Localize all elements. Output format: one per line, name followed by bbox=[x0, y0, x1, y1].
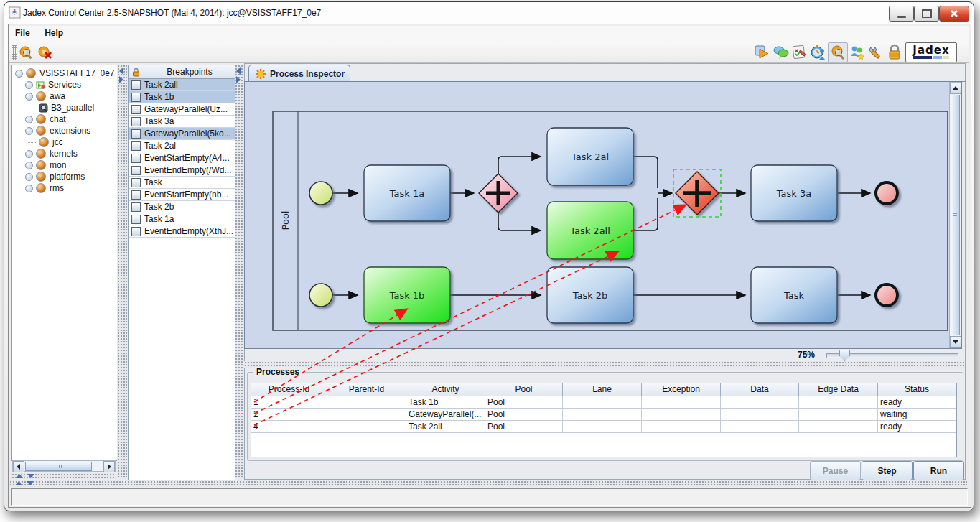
collapse-down-icon[interactable] bbox=[27, 474, 34, 478]
breakpoint-row[interactable]: EventStartEmpty(A4... bbox=[129, 152, 235, 164]
split-divider-2[interactable] bbox=[235, 65, 244, 479]
collapse-right-icon[interactable] bbox=[119, 76, 123, 83]
expand-handle-icon[interactable] bbox=[25, 150, 33, 158]
expand-handle-icon[interactable] bbox=[25, 81, 33, 89]
scroll-left-icon[interactable] bbox=[13, 461, 24, 472]
col-activity[interactable]: Activity bbox=[406, 383, 485, 396]
conversation-button[interactable] bbox=[772, 43, 790, 62]
breakpoint-checkbox[interactable] bbox=[131, 166, 141, 175]
breakpoint-checkbox[interactable] bbox=[131, 227, 141, 236]
breakpoint-checkbox[interactable] bbox=[131, 129, 141, 139]
breakpoint-checkbox[interactable] bbox=[131, 141, 141, 151]
task-1b[interactable]: Task 1b bbox=[364, 267, 450, 323]
breakpoint-row[interactable]: Task 2b bbox=[129, 201, 235, 213]
expand-handle-icon[interactable] bbox=[25, 173, 33, 181]
tree-hscrollbar[interactable] bbox=[12, 460, 116, 472]
col-lane[interactable]: Lane bbox=[563, 383, 642, 396]
pause-button[interactable]: Pause bbox=[810, 461, 861, 480]
tree-item-extensions[interactable]: extensions bbox=[12, 125, 117, 136]
starter-button[interactable] bbox=[753, 43, 772, 62]
breakpoint-checkbox[interactable] bbox=[131, 202, 141, 212]
awareness-button[interactable] bbox=[809, 43, 828, 62]
split-divider-3[interactable] bbox=[244, 361, 965, 368]
task-2al[interactable]: Task 2al bbox=[547, 128, 633, 185]
end-event-top[interactable] bbox=[876, 182, 897, 204]
collapse-up-icon[interactable] bbox=[15, 481, 22, 485]
tree-item-services[interactable]: Services bbox=[12, 79, 117, 90]
table-header-row[interactable]: Process-Id Parent-Id Activity Pool Lane … bbox=[251, 383, 956, 396]
collapse-up-icon[interactable] bbox=[16, 474, 23, 478]
table-row[interactable]: 2 GatewayParallel(...Pool waiting bbox=[251, 409, 956, 421]
tab-process-inspector[interactable]: Process Inspector bbox=[248, 65, 350, 82]
expand-handle-icon[interactable] bbox=[25, 185, 33, 192]
breakpoint-row[interactable]: Task 3a bbox=[129, 116, 235, 128]
start-event-top[interactable] bbox=[309, 182, 332, 205]
gateway-parallel-split[interactable] bbox=[479, 174, 518, 213]
diagram-vscrollbar[interactable] bbox=[949, 82, 961, 348]
tree-item-platforms[interactable]: platforms bbox=[12, 171, 117, 182]
breakpoints-header-label[interactable]: Breakpoints bbox=[144, 65, 235, 78]
debug-component-button[interactable] bbox=[17, 43, 36, 62]
tree-item-awa[interactable]: awa bbox=[12, 90, 117, 102]
step-button[interactable]: Step bbox=[862, 461, 913, 480]
col-parent-id[interactable]: Parent-Id bbox=[327, 383, 406, 396]
breakpoint-row[interactable]: Task bbox=[129, 177, 235, 189]
tree-root-platform[interactable]: VSISSTAFF17_0e7 bbox=[12, 67, 117, 79]
processes-table[interactable]: Process-Id Parent-Id Activity Pool Lane … bbox=[251, 383, 957, 457]
minimize-button[interactable] bbox=[889, 6, 914, 22]
breakpoint-row[interactable]: EventEndEmpty(/Wd... bbox=[129, 164, 235, 177]
task-2b[interactable]: Task 2b bbox=[547, 267, 633, 323]
test-center-button[interactable] bbox=[790, 43, 809, 62]
tree-item-kernels[interactable]: kernels bbox=[12, 148, 117, 159]
end-event-bottom[interactable] bbox=[876, 284, 897, 306]
split-divider-1[interactable] bbox=[117, 65, 127, 479]
lock-column-header[interactable] bbox=[129, 65, 144, 78]
breakpoint-checkbox[interactable] bbox=[131, 178, 141, 187]
col-data[interactable]: Data bbox=[721, 383, 799, 396]
col-exception[interactable]: Exception bbox=[642, 383, 721, 396]
breakpoint-row[interactable]: Task 1a bbox=[129, 213, 235, 225]
breakpoint-checkbox[interactable] bbox=[131, 117, 141, 126]
breakpoint-checkbox[interactable] bbox=[131, 105, 141, 114]
menu-file[interactable]: File bbox=[9, 26, 36, 40]
jadex-logo-button[interactable]: Jadex bbox=[905, 42, 957, 62]
tree-item-mon[interactable]: mon bbox=[12, 159, 117, 171]
col-status[interactable]: Status bbox=[878, 383, 956, 396]
menu-help[interactable]: Help bbox=[39, 26, 69, 40]
run-button[interactable]: Run bbox=[913, 461, 964, 480]
scroll-up-icon[interactable] bbox=[950, 83, 961, 94]
tree-item-b3-parallel[interactable]: B3_parallel bbox=[12, 102, 117, 113]
breakpoint-checkbox[interactable] bbox=[131, 190, 141, 200]
tree-item-rms[interactable]: rms bbox=[12, 182, 117, 194]
toolbar-grip[interactable] bbox=[12, 45, 17, 60]
table-row[interactable]: 4 Task 2allPool ready bbox=[251, 421, 956, 433]
task-3a[interactable]: Task 3a bbox=[751, 165, 837, 221]
col-process-id[interactable]: Process-Id bbox=[251, 383, 327, 396]
expand-handle-icon[interactable] bbox=[25, 116, 33, 123]
breakpoint-checkbox[interactable] bbox=[131, 80, 141, 90]
table-row[interactable]: 1 Task 1bPool ready bbox=[251, 396, 956, 409]
breakpoint-row[interactable]: GatewayParallel(Uz... bbox=[129, 103, 235, 116]
collapse-left-icon[interactable] bbox=[119, 67, 123, 75]
expand-handle-icon[interactable] bbox=[25, 162, 33, 169]
breakpoint-row[interactable]: Task 1b bbox=[129, 91, 235, 103]
security-button[interactable] bbox=[848, 43, 867, 62]
bpmn-diagram-canvas[interactable]: Pool Task 1a Task 2al Task 2all Task 3a bbox=[245, 82, 948, 348]
scroll-down-icon[interactable] bbox=[950, 336, 961, 348]
breakpoint-row[interactable]: Task 2all bbox=[129, 79, 235, 91]
close-button[interactable] bbox=[939, 6, 969, 22]
debugger-button[interactable] bbox=[828, 42, 848, 62]
status-split-divider[interactable] bbox=[9, 480, 967, 487]
breakpoint-row[interactable]: Task 2al bbox=[129, 140, 235, 152]
breakpoint-checkbox[interactable] bbox=[131, 215, 141, 224]
gateway-parallel-join-selected[interactable] bbox=[673, 169, 721, 217]
task-1a[interactable]: Task 1a bbox=[364, 165, 450, 221]
settings-button[interactable] bbox=[867, 43, 885, 62]
zoom-slider-thumb[interactable] bbox=[839, 350, 850, 361]
maximize-button[interactable] bbox=[914, 6, 939, 22]
collapse-left-icon[interactable] bbox=[236, 67, 241, 75]
left-split-divider[interactable] bbox=[11, 473, 116, 479]
start-event-bottom[interactable] bbox=[309, 284, 332, 307]
expand-handle-icon[interactable] bbox=[15, 70, 23, 78]
collapse-down-icon[interactable] bbox=[27, 481, 34, 485]
